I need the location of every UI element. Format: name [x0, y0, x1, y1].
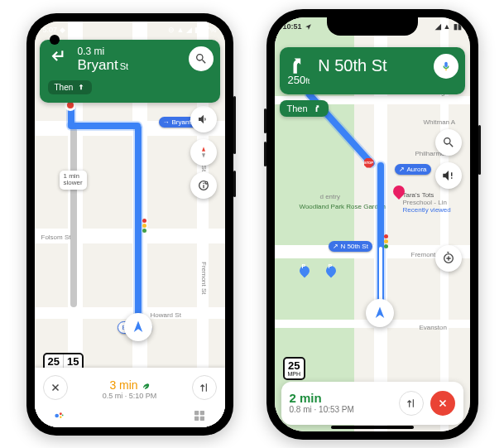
- bottom-bar[interactable]: 3 min 0.5 mi · 5:10 PM: [35, 368, 225, 427]
- svg-point-5: [61, 414, 63, 416]
- search-button[interactable]: [189, 46, 214, 71]
- navigation-card[interactable]: 0.3 mi BryantSt Then: [40, 40, 220, 103]
- then-step: Then: [280, 100, 329, 117]
- map-label-evanston: Evanston: [420, 324, 447, 331]
- map-label-folsom: Folsom St: [41, 234, 71, 241]
- svg-rect-6: [194, 411, 199, 415]
- navigation-card[interactable]: 250ft N 50th St: [280, 47, 465, 94]
- search-button[interactable]: [435, 129, 462, 156]
- eta-summary[interactable]: 3 min 0.5 mi · 5:10 PM: [103, 375, 157, 400]
- bottom-bar[interactable]: 2 min 0.8 mi · 10:53 PM: [281, 382, 463, 425]
- do-not-disturb-icon: ⊖: [168, 26, 175, 34]
- svg-rect-9: [199, 416, 204, 420]
- ios-phone: 10:51 ◢ ▲ ▮▮ Garden Parking Whitman A Ph…: [266, 9, 478, 440]
- nav-street: BryantSt: [78, 57, 129, 74]
- nav-distance: 250ft: [288, 74, 310, 86]
- android-phone: 5:07 ◆ ⊖ ▲ ◢ ▮ 57% Folsom St Howard St F…: [26, 13, 233, 436]
- wifi-icon: ▲: [177, 26, 185, 34]
- bear-left-icon: [288, 54, 310, 75]
- ios-screen: 10:51 ◢ ▲ ▮▮ Garden Parking Whitman A Ph…: [275, 17, 470, 431]
- street-chip-aurora: ↗ Aurora: [395, 164, 431, 175]
- poi-taras-1: Tara's Tots: [403, 191, 451, 199]
- report-button[interactable]: [190, 172, 217, 199]
- nav-arrow-icon: [131, 320, 146, 335]
- signal-icon: ◢: [186, 26, 192, 34]
- svg-rect-11: [445, 68, 446, 70]
- battery-percent: 57%: [201, 26, 216, 34]
- android-statusbar: 5:07 ◆ ⊖ ▲ ◢ ▮ 57%: [35, 22, 225, 38]
- assistant-icon[interactable]: [53, 410, 65, 422]
- bear-right-icon: [312, 104, 321, 113]
- speed-limit: 25 MPH: [283, 357, 306, 380]
- svg-rect-7: [199, 411, 204, 415]
- battery-icon: ▮▮: [454, 22, 462, 31]
- location-icon: [305, 23, 312, 31]
- current-location-cursor: [366, 299, 394, 327]
- nav-status-icon: ◆: [60, 26, 65, 34]
- alt-routes-button[interactable]: [399, 391, 424, 416]
- sound-alert-button[interactable]: [435, 162, 462, 189]
- poi-taras-3: Recently viewed: [403, 206, 451, 214]
- speaker-alert-icon: [441, 168, 456, 183]
- map-label-entry: d entry: [320, 193, 340, 200]
- map-label-woodland: Woodland Park Rose Garden: [300, 204, 386, 211]
- svg-rect-8: [194, 416, 199, 420]
- apps-icon[interactable]: [192, 408, 207, 423]
- eta-summary[interactable]: 2 min 0.8 mi · 10:53 PM: [290, 391, 392, 415]
- search-icon: [194, 52, 208, 65]
- arrow-right-icon: →: [163, 118, 170, 126]
- current-location-cursor: [124, 313, 152, 341]
- routes-icon: [199, 382, 210, 393]
- close-icon: [437, 397, 449, 409]
- home-indicator[interactable]: [331, 426, 414, 429]
- arrow-up-icon: [77, 83, 85, 91]
- add-report-icon: [442, 252, 455, 265]
- android-system-nav: [35, 404, 225, 427]
- end-navigation-button[interactable]: [430, 391, 455, 416]
- svg-point-3: [59, 412, 61, 415]
- nav-distance: 0.3 mi: [78, 46, 129, 58]
- sound-button[interactable]: [190, 106, 217, 132]
- nav-street: N 50th St: [318, 54, 386, 75]
- slower-route-tooltip: 1 min slower: [60, 171, 87, 190]
- svg-point-2: [55, 413, 59, 417]
- svg-rect-10: [444, 61, 448, 66]
- then-step: Then: [48, 80, 93, 94]
- report-button[interactable]: [435, 245, 462, 272]
- arrow-upleft-icon: ↗: [333, 243, 338, 250]
- close-icon: [50, 382, 61, 393]
- wifi-icon: ▲: [444, 22, 451, 31]
- speaker-icon: [197, 113, 210, 126]
- search-icon: [442, 136, 455, 149]
- close-button[interactable]: [43, 375, 68, 400]
- mic-icon: [440, 60, 452, 72]
- voice-button[interactable]: [434, 54, 458, 79]
- compass-button[interactable]: [190, 139, 217, 166]
- alt-routes-button[interactable]: [192, 375, 217, 400]
- android-screen: 5:07 ◆ ⊖ ▲ ◢ ▮ 57% Folsom St Howard St F…: [35, 22, 225, 427]
- compass-icon: [197, 146, 210, 159]
- poi-taras-2: Preschool - Lin: [403, 199, 451, 206]
- arrow-upleft-icon: ↗: [399, 166, 405, 173]
- signal-icon: ◢: [435, 22, 441, 31]
- turn-left-icon: [48, 47, 70, 72]
- map-label-howard: Howard St: [151, 311, 181, 319]
- map-label-fremont: Fremont St: [200, 262, 208, 295]
- routes-icon: [406, 397, 417, 409]
- nav-arrow-icon: [372, 306, 387, 320]
- map-label-whitman: Whitman A: [424, 118, 456, 126]
- battery-icon: ▮: [194, 26, 199, 34]
- report-icon: [197, 179, 210, 192]
- leaf-icon: [142, 381, 150, 389]
- street-chip-n50: ↗ N 50th St: [329, 241, 372, 252]
- statusbar-time: 5:07: [43, 26, 58, 34]
- svg-point-4: [60, 416, 61, 417]
- statusbar-time: 10:51: [283, 22, 302, 31]
